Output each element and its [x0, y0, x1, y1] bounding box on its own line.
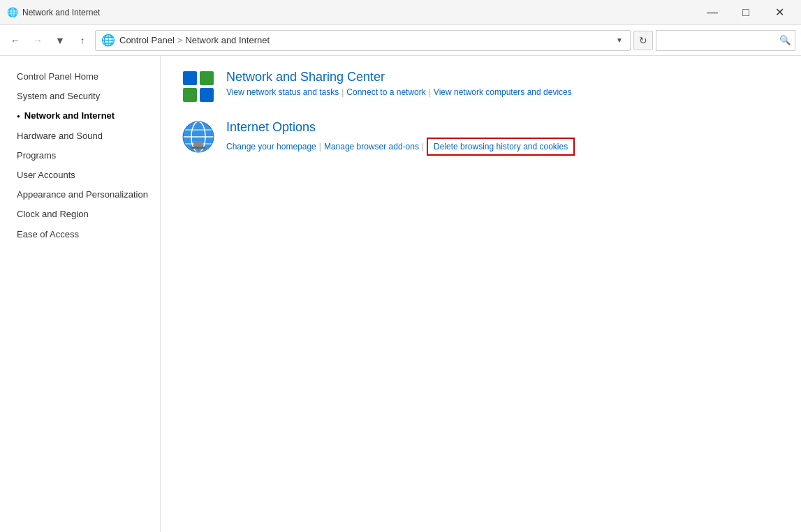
sidebar-item-ease-of-access[interactable]: Ease of Access	[0, 225, 160, 244]
sidebar-item-hardware-and-sound[interactable]: Hardware and Sound	[0, 126, 160, 146]
section-icon-internet-options	[182, 120, 215, 154]
search-box[interactable]: 🔍	[656, 30, 795, 51]
section-link-view-network-status[interactable]: View network status and tasks	[226, 87, 339, 97]
sidebar-link-network-and-internet[interactable]: Network and Internet	[24, 110, 115, 122]
refresh-button[interactable]: ↻	[633, 31, 653, 50]
address-box[interactable]: 🌐 Control Panel > Network and Internet ▼	[95, 30, 631, 51]
section-link-delete-browsing-history[interactable]: Delete browsing history and cookies	[427, 138, 575, 156]
sidebar-item-programs[interactable]: Programs	[0, 146, 160, 165]
sidebar-link-programs[interactable]: Programs	[17, 149, 56, 162]
link-separator: |	[429, 87, 431, 97]
svg-rect-11	[191, 147, 205, 149]
sidebar-item-user-accounts[interactable]: User Accounts	[0, 165, 160, 185]
section-link-change-homepage[interactable]: Change your homepage	[226, 142, 316, 152]
section-links-internet-options: Change your homepage|Manage browser add-…	[226, 138, 575, 156]
section-link-view-network-computers[interactable]: View network computers and devices	[434, 87, 572, 97]
window-title: Network and Internet	[22, 8, 100, 17]
close-button[interactable]: ✕	[763, 2, 795, 23]
svg-rect-2	[183, 88, 197, 102]
svg-rect-1	[200, 71, 214, 85]
sidebar-link-ease-of-access[interactable]: Ease of Access	[17, 228, 79, 241]
address-dropdown-button[interactable]: ▼	[615, 35, 624, 45]
minimize-button[interactable]: —	[696, 2, 728, 23]
search-input[interactable]	[662, 35, 779, 45]
section-links-network-sharing-center: View network status and tasks|Connect to…	[226, 87, 572, 97]
svg-rect-3	[200, 88, 214, 102]
dropdown-button[interactable]: ▼	[50, 31, 70, 50]
sidebar-item-system-and-security[interactable]: System and Security	[0, 87, 160, 106]
section-link-connect-to-network[interactable]: Connect to a network	[346, 87, 425, 97]
active-bullet-icon: ●	[17, 112, 20, 120]
sidebar-item-clock-and-region[interactable]: Clock and Region	[0, 205, 160, 224]
svg-rect-0	[183, 71, 197, 85]
address-icon: 🌐	[101, 34, 115, 47]
sidebar: Control Panel HomeSystem and Security●Ne…	[0, 56, 161, 532]
sidebar-item-control-panel-home[interactable]: Control Panel Home	[0, 67, 160, 87]
link-separator: |	[422, 142, 424, 152]
sidebar-item-appearance-and-personalization[interactable]: Appearance and Personalization	[0, 185, 160, 205]
breadcrumb: Control Panel > Network and Internet	[119, 35, 610, 45]
breadcrumb-sep-1: >	[177, 35, 183, 45]
maximize-button[interactable]: □	[730, 2, 762, 23]
section-title-internet-options[interactable]: Internet Options	[226, 120, 316, 134]
title-bar-left: 🌐 Network and Internet	[7, 7, 100, 18]
address-bar: ← → ▼ ↑ 🌐 Control Panel > Network and In…	[0, 25, 801, 56]
search-button[interactable]: 🔍	[779, 35, 791, 45]
sidebar-link-hardware-and-sound[interactable]: Hardware and Sound	[17, 130, 103, 142]
section-title-network-sharing-center[interactable]: Network and Sharing Center	[226, 70, 385, 84]
section-body-network-sharing-center: Network and Sharing CenterView network s…	[226, 70, 572, 97]
section-link-manage-browser-addons[interactable]: Manage browser add-ons	[324, 142, 419, 152]
breadcrumb-part-2: Network and Internet	[185, 35, 270, 45]
window-icon: 🌐	[7, 7, 18, 18]
window-controls: — □ ✕	[696, 2, 795, 23]
sidebar-link-control-panel-home[interactable]: Control Panel Home	[17, 71, 98, 83]
main-layout: Control Panel HomeSystem and Security●Ne…	[0, 56, 801, 532]
forward-button[interactable]: →	[28, 31, 47, 50]
title-bar: 🌐 Network and Internet — □ ✕	[0, 0, 801, 25]
sidebar-link-user-accounts[interactable]: User Accounts	[17, 169, 75, 182]
section-internet-options: Internet OptionsChange your homepage|Man…	[182, 120, 780, 156]
sidebar-item-network-and-internet[interactable]: ●Network and Internet	[0, 106, 160, 126]
section-body-internet-options: Internet OptionsChange your homepage|Man…	[226, 120, 575, 156]
sidebar-link-appearance-and-personalization[interactable]: Appearance and Personalization	[17, 189, 148, 201]
sidebar-link-system-and-security[interactable]: System and Security	[17, 90, 100, 103]
content-area: Network and Sharing CenterView network s…	[161, 56, 801, 532]
section-icon-network-sharing-center	[182, 70, 215, 103]
link-separator: |	[319, 142, 321, 152]
back-button[interactable]: ←	[6, 31, 25, 50]
sidebar-link-clock-and-region[interactable]: Clock and Region	[17, 208, 89, 221]
breadcrumb-part-1: Control Panel	[119, 35, 175, 45]
up-button[interactable]: ↑	[73, 31, 92, 50]
link-separator: |	[341, 87, 344, 97]
section-network-sharing-center: Network and Sharing CenterView network s…	[182, 70, 780, 103]
